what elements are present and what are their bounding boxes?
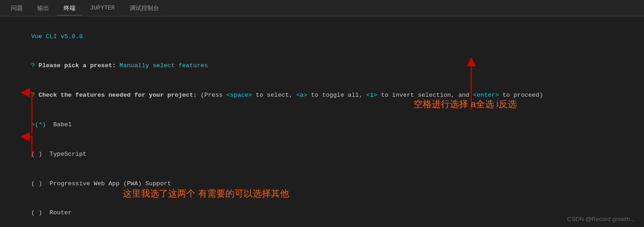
preset-value: Manually select features	[120, 62, 208, 69]
arrow-left-css	[23, 128, 50, 159]
i-key: <i>	[366, 92, 377, 99]
prompt-question-1: ?	[31, 62, 39, 69]
tab-output[interactable]: 输出	[31, 1, 55, 15]
hint-to-select: to select,	[252, 92, 296, 99]
a-key: <a>	[296, 92, 307, 99]
router-indicator: ( ) Router	[31, 209, 72, 216]
terminal-line-preset: ? Please pick a preset: Manually select …	[9, 51, 635, 81]
tab-bar: 问题 输出 终端 JUPYTER 调试控制台	[0, 0, 644, 16]
pwa-indicator: ( ) Progressive Web App (PWA) Support	[31, 180, 171, 187]
preset-label: Please pick a preset:	[39, 62, 120, 69]
tab-problems[interactable]: 问题	[5, 1, 29, 15]
version-text: Vue CLI v5.0.8	[31, 33, 83, 40]
terminal-line-babel: >(*) Babel	[9, 110, 635, 139]
arrow-left-babel	[23, 84, 50, 133]
terminal-line-router: ( ) Router	[9, 198, 635, 227]
hint-proceed: to proceed)	[499, 92, 543, 99]
hint-toggle-all: to toggle all,	[307, 92, 366, 99]
terminal-area: Vue CLI v5.0.8 ? Please pick a preset: M…	[0, 16, 644, 227]
hint-invert: to invert selection,	[377, 92, 458, 99]
watermark: CSDN @Record growth...	[567, 216, 635, 222]
tab-terminal[interactable]: 终端	[57, 1, 82, 15]
terminal-line-pwa: ( ) Progressive Web App (PWA) Support	[9, 169, 635, 198]
annotation-bottom: 这里我选了这两个 有需要的可以选择其他	[123, 188, 289, 200]
tab-debug-console[interactable]: 调试控制台	[123, 1, 165, 15]
check-label: Check the features needed for your proje…	[39, 92, 200, 99]
terminal-line-check: ? Check the features needed for your pro…	[9, 81, 635, 110]
check-hint: (Press	[200, 92, 226, 99]
tab-jupyter[interactable]: JUPYTER	[84, 2, 121, 15]
space-key: <space>	[226, 92, 252, 99]
panel-container: 问题 输出 终端 JUPYTER 调试控制台 Vue CLI v5.0.8 ? …	[0, 0, 644, 227]
terminal-line-version: Vue CLI v5.0.8	[9, 22, 635, 51]
terminal-line-typescript: ( ) TypeScript	[9, 139, 635, 169]
annotation-right: 空格进行选择 a全选 i反选	[414, 98, 517, 110]
babel-name: Babel	[50, 121, 72, 128]
